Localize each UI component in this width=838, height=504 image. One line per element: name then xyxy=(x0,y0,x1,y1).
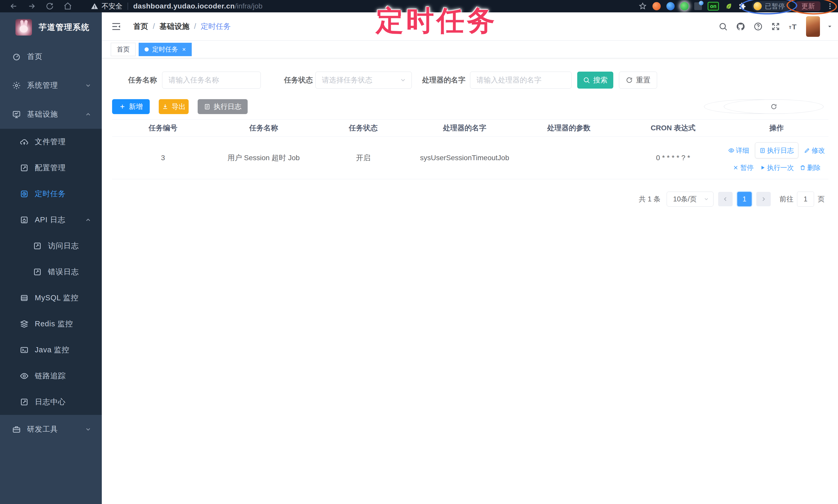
chevron-down-icon xyxy=(400,77,406,84)
toolbox-icon xyxy=(12,425,21,434)
goto-page: 前往 页 xyxy=(780,192,825,206)
sidebar-item-trace[interactable]: 链路追踪 xyxy=(0,363,102,389)
tab-job[interactable]: 定时任务 × xyxy=(139,43,192,56)
download-icon xyxy=(162,103,169,110)
insecure-label: 不安全 xyxy=(102,2,122,11)
terminal-icon xyxy=(20,346,29,354)
database-icon xyxy=(20,293,29,302)
run-log-link[interactable]: 执行日志 xyxy=(755,142,798,158)
user-avatar[interactable] xyxy=(806,16,820,37)
sidebar-item-redis[interactable]: Redis 监控 xyxy=(0,311,102,337)
sidebar-item-api-log[interactable]: API 日志 xyxy=(0,207,102,233)
prev-page-button[interactable] xyxy=(718,192,733,206)
pencil-icon xyxy=(804,147,810,154)
extension-icon-green[interactable] xyxy=(680,2,688,10)
navbar-actions: тT xyxy=(718,16,833,37)
caret-down-icon[interactable] xyxy=(827,23,833,30)
forward-button[interactable] xyxy=(27,2,36,11)
reload-icon xyxy=(45,2,54,11)
stack-icon xyxy=(20,320,29,328)
job-name: 用户 Session 超时 Job xyxy=(214,152,313,164)
warning-icon xyxy=(91,2,99,10)
delete-link[interactable]: 删除 xyxy=(800,162,821,173)
sidebar-item-log-center[interactable]: 日志中心 xyxy=(0,389,102,415)
tab-home[interactable]: 首页 xyxy=(111,43,136,56)
extension-on-badge[interactable]: on xyxy=(708,2,719,11)
table-header: 任务编号 任务名称 任务状态 处理器的名字 处理器的参数 CRON 表达式 操作 xyxy=(112,119,828,137)
sidebar-item-home[interactable]: 首页 xyxy=(0,42,102,71)
breadcrumb-home[interactable]: 首页 xyxy=(133,21,148,32)
run-once-link[interactable]: 执行一次 xyxy=(760,162,794,173)
table-row[interactable]: 3 用户 Session 超时 Job 开启 sysUserSessionTim… xyxy=(112,137,828,179)
sidebar-item-error-log[interactable]: 错误日志 xyxy=(0,259,102,285)
app-logo xyxy=(15,19,32,36)
extensions-puzzle-icon[interactable] xyxy=(738,2,746,10)
app-logo-row[interactable]: 芋道管理系统 xyxy=(0,12,102,42)
extension-icon-orange[interactable] xyxy=(652,2,661,10)
sidebar-item-files[interactable]: 文件管理 xyxy=(0,129,102,155)
export-button[interactable]: 导出 xyxy=(159,99,189,114)
job-status-select[interactable]: 请选择任务状态 xyxy=(315,72,412,89)
goto-page-input[interactable] xyxy=(797,192,814,206)
next-page-button[interactable] xyxy=(756,192,771,206)
job-name-input[interactable] xyxy=(162,72,261,89)
tab-close-icon[interactable]: × xyxy=(182,46,186,53)
font-size-icon[interactable]: тT xyxy=(788,22,798,31)
add-button[interactable]: 新增 xyxy=(112,99,150,114)
sidebar-item-job[interactable]: 定时任务 xyxy=(0,181,102,207)
handler-name-input[interactable] xyxy=(470,72,572,89)
search-button[interactable]: 搜索 xyxy=(577,72,613,89)
bookmark-star-icon[interactable] xyxy=(639,2,647,10)
sidebar-collapse-icon[interactable] xyxy=(111,21,121,32)
leaf-icon[interactable] xyxy=(724,2,732,10)
extension-icon-grid[interactable] xyxy=(694,2,702,10)
play-icon xyxy=(760,165,766,171)
home-button[interactable] xyxy=(64,2,72,11)
profile-avatar-icon xyxy=(753,2,762,10)
sidebar-item-java[interactable]: Java 监控 xyxy=(0,337,102,363)
breadcrumb: 首页 / 基础设施 / 定时任务 xyxy=(133,21,231,32)
sidebar-item-config[interactable]: 配置管理 xyxy=(0,155,102,181)
back-button[interactable] xyxy=(9,2,18,11)
table-toolbar: 新增 导出 执行日志 xyxy=(112,99,828,114)
search-icon[interactable] xyxy=(718,22,728,31)
sidebar-item-devtools[interactable]: 研发工具 xyxy=(0,415,102,444)
detail-link[interactable]: 详细 xyxy=(728,145,749,156)
reload-button[interactable] xyxy=(45,2,54,11)
sidebar-item-system[interactable]: 系统管理 xyxy=(0,71,102,100)
job-operations: 详细 执行日志 修改 xyxy=(724,142,828,173)
page-size-select[interactable]: 10条/页 xyxy=(667,192,714,206)
help-icon[interactable] xyxy=(753,22,763,31)
pause-link[interactable]: 暂停 xyxy=(733,162,754,173)
sidebar-item-mysql[interactable]: MySQL 监控 xyxy=(0,285,102,311)
job-name-label: 任务名称 xyxy=(128,75,157,85)
browser-menu-icon[interactable] xyxy=(826,2,834,11)
execution-log-button[interactable]: 执行日志 xyxy=(198,99,248,114)
reset-button[interactable]: 重置 xyxy=(619,72,657,89)
sidebar-item-access-log[interactable]: 访问日志 xyxy=(0,233,102,259)
chevron-down-icon xyxy=(703,196,709,202)
timer-icon xyxy=(20,190,29,198)
svg-text:т: т xyxy=(789,24,792,30)
sidebar-item-infra[interactable]: 基础设施 xyxy=(0,100,102,129)
browser-profile-chip[interactable]: 已暂停 xyxy=(752,1,790,11)
edit-link[interactable]: 修改 xyxy=(804,145,825,156)
update-button[interactable]: 更新 xyxy=(796,1,820,11)
extension-icon-blue[interactable] xyxy=(666,2,675,10)
active-dot xyxy=(144,48,149,52)
refresh-icon xyxy=(626,76,633,84)
github-icon[interactable] xyxy=(736,22,745,31)
log-doc-icon xyxy=(20,398,29,407)
refresh-table-button[interactable] xyxy=(724,100,824,114)
chevron-up-icon xyxy=(85,217,91,223)
monitor-icon xyxy=(12,110,21,119)
close-icon xyxy=(733,165,739,171)
breadcrumb-infra[interactable]: 基础设施 xyxy=(159,21,189,32)
fullscreen-icon[interactable] xyxy=(771,22,780,31)
svg-text:T: T xyxy=(792,22,797,31)
doc-icon xyxy=(33,268,42,276)
page-1-button[interactable]: 1 xyxy=(737,192,752,206)
address-bar[interactable]: 不安全 dashboard.yudao.iocoder.cn /infra/jo… xyxy=(84,1,269,11)
chevron-right-icon xyxy=(761,196,766,202)
url-host: dashboard.yudao.iocoder.cn xyxy=(133,2,235,10)
